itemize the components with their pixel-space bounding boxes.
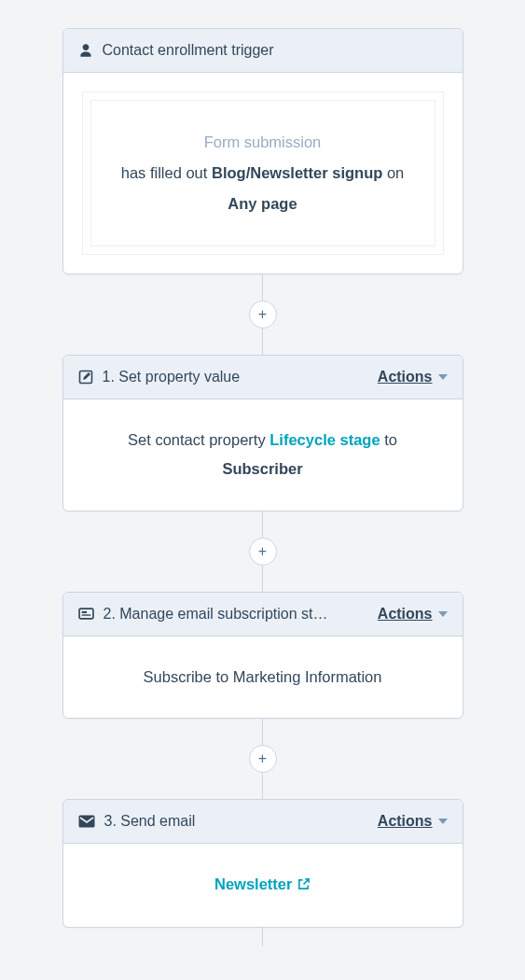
trigger-type-label: Form submission [106, 127, 420, 158]
card-header: 2. Manage email subscription st… Actions [63, 593, 463, 637]
actions-menu[interactable]: Actions [378, 813, 448, 830]
step-body: Newsletter [63, 844, 463, 927]
add-step-button[interactable]: + [249, 301, 277, 329]
connector: + [249, 511, 277, 592]
step-2-card[interactable]: 2. Manage email subscription st… Actions… [62, 592, 463, 719]
step-body: Set contact property Lifecycle stage to … [63, 399, 463, 511]
step-3-card[interactable]: 3. Send email Actions Newsletter [62, 799, 463, 928]
caret-down-icon [438, 819, 448, 824]
trigger-body: Form submission has filled out Blog/News… [63, 73, 463, 273]
add-step-button[interactable]: + [249, 538, 277, 566]
trigger-page: Any page [228, 195, 297, 212]
svg-rect-3 [81, 615, 90, 616]
caret-down-icon [438, 611, 448, 617]
email-icon [78, 815, 95, 828]
add-step-button[interactable]: + [249, 745, 277, 773]
card-header: 1. Set property value Actions [63, 356, 463, 399]
svg-rect-1 [79, 609, 93, 619]
email-link[interactable]: Newsletter [214, 875, 311, 892]
card-header: 3. Send email Actions [63, 800, 463, 844]
enrollment-trigger-card[interactable]: Contact enrollment trigger Form submissi… [62, 28, 463, 274]
connector: + [249, 719, 277, 799]
trigger-title: Contact enrollment trigger [103, 42, 274, 59]
svg-rect-2 [81, 611, 86, 613]
connector [262, 928, 263, 946]
trigger-description: has filled out Blog/Newsletter signup on… [106, 158, 420, 219]
actions-menu[interactable]: Actions [378, 606, 448, 623]
card-header: Contact enrollment trigger [63, 29, 463, 73]
step-title: 2. Manage email subscription st… [104, 606, 328, 623]
svg-rect-4 [78, 816, 94, 828]
external-link-icon [297, 872, 311, 901]
step-title: 1. Set property value [103, 369, 241, 385]
property-value: Subscriber [222, 460, 302, 477]
step-body: Subscribe to Marketing Information [63, 637, 463, 718]
contact-icon [78, 43, 93, 58]
connector: + [249, 274, 277, 355]
subscription-icon [78, 606, 94, 622]
caret-down-icon [438, 374, 448, 380]
step-1-card[interactable]: 1. Set property value Actions Set contac… [62, 355, 463, 511]
property-link[interactable]: Lifecycle stage [269, 431, 380, 448]
step-title: 3. Send email [104, 813, 196, 830]
edit-property-icon [78, 370, 93, 385]
actions-menu[interactable]: Actions [378, 369, 448, 385]
form-name: Blog/Newsletter signup [212, 164, 382, 181]
